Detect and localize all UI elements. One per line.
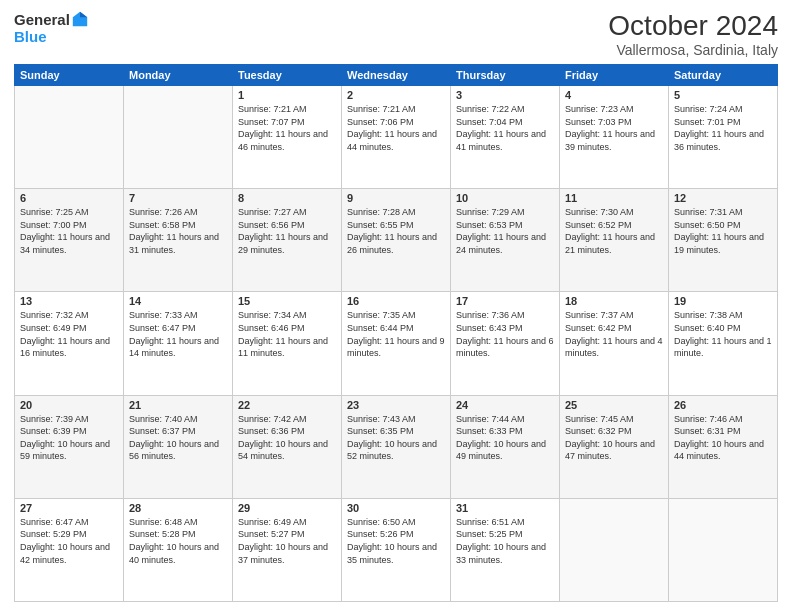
day-info: Sunrise: 7:43 AM Sunset: 6:35 PM Dayligh… <box>347 413 445 463</box>
calendar-day-cell: 31Sunrise: 6:51 AM Sunset: 5:25 PM Dayli… <box>451 498 560 601</box>
day-info: Sunrise: 7:23 AM Sunset: 7:03 PM Dayligh… <box>565 103 663 153</box>
header: General Blue October 2024 Vallermosa, Sa… <box>14 10 778 58</box>
calendar-day-cell <box>15 86 124 189</box>
calendar-day-cell <box>124 86 233 189</box>
day-number: 3 <box>456 89 554 101</box>
calendar-day-cell: 28Sunrise: 6:48 AM Sunset: 5:28 PM Dayli… <box>124 498 233 601</box>
day-number: 21 <box>129 399 227 411</box>
weekday-header: Wednesday <box>342 65 451 86</box>
calendar-day-cell: 2Sunrise: 7:21 AM Sunset: 7:06 PM Daylig… <box>342 86 451 189</box>
day-info: Sunrise: 7:27 AM Sunset: 6:56 PM Dayligh… <box>238 206 336 256</box>
day-info: Sunrise: 7:40 AM Sunset: 6:37 PM Dayligh… <box>129 413 227 463</box>
calendar-day-cell: 30Sunrise: 6:50 AM Sunset: 5:26 PM Dayli… <box>342 498 451 601</box>
day-number: 25 <box>565 399 663 411</box>
weekday-header: Tuesday <box>233 65 342 86</box>
calendar-week-row: 13Sunrise: 7:32 AM Sunset: 6:49 PM Dayli… <box>15 292 778 395</box>
day-number: 26 <box>674 399 772 411</box>
calendar-day-cell: 10Sunrise: 7:29 AM Sunset: 6:53 PM Dayli… <box>451 189 560 292</box>
day-info: Sunrise: 7:21 AM Sunset: 7:06 PM Dayligh… <box>347 103 445 153</box>
day-number: 18 <box>565 295 663 307</box>
calendar-day-cell: 27Sunrise: 6:47 AM Sunset: 5:29 PM Dayli… <box>15 498 124 601</box>
day-number: 11 <box>565 192 663 204</box>
calendar-day-cell: 12Sunrise: 7:31 AM Sunset: 6:50 PM Dayli… <box>669 189 778 292</box>
calendar-day-cell: 3Sunrise: 7:22 AM Sunset: 7:04 PM Daylig… <box>451 86 560 189</box>
logo-icon <box>71 10 89 28</box>
day-number: 5 <box>674 89 772 101</box>
day-number: 7 <box>129 192 227 204</box>
day-info: Sunrise: 7:39 AM Sunset: 6:39 PM Dayligh… <box>20 413 118 463</box>
day-info: Sunrise: 7:33 AM Sunset: 6:47 PM Dayligh… <box>129 309 227 359</box>
day-info: Sunrise: 7:44 AM Sunset: 6:33 PM Dayligh… <box>456 413 554 463</box>
day-number: 12 <box>674 192 772 204</box>
page: General Blue October 2024 Vallermosa, Sa… <box>0 0 792 612</box>
logo-general-text: General <box>14 11 70 28</box>
day-number: 20 <box>20 399 118 411</box>
day-number: 13 <box>20 295 118 307</box>
weekday-header: Thursday <box>451 65 560 86</box>
day-number: 15 <box>238 295 336 307</box>
day-info: Sunrise: 7:37 AM Sunset: 6:42 PM Dayligh… <box>565 309 663 359</box>
calendar-day-cell: 26Sunrise: 7:46 AM Sunset: 6:31 PM Dayli… <box>669 395 778 498</box>
calendar-day-cell: 4Sunrise: 7:23 AM Sunset: 7:03 PM Daylig… <box>560 86 669 189</box>
day-info: Sunrise: 7:34 AM Sunset: 6:46 PM Dayligh… <box>238 309 336 359</box>
day-info: Sunrise: 7:28 AM Sunset: 6:55 PM Dayligh… <box>347 206 445 256</box>
calendar-day-cell: 19Sunrise: 7:38 AM Sunset: 6:40 PM Dayli… <box>669 292 778 395</box>
day-number: 9 <box>347 192 445 204</box>
calendar-day-cell: 23Sunrise: 7:43 AM Sunset: 6:35 PM Dayli… <box>342 395 451 498</box>
calendar-day-cell: 1Sunrise: 7:21 AM Sunset: 7:07 PM Daylig… <box>233 86 342 189</box>
calendar-day-cell: 22Sunrise: 7:42 AM Sunset: 6:36 PM Dayli… <box>233 395 342 498</box>
day-number: 28 <box>129 502 227 514</box>
calendar-day-cell: 20Sunrise: 7:39 AM Sunset: 6:39 PM Dayli… <box>15 395 124 498</box>
calendar-day-cell: 17Sunrise: 7:36 AM Sunset: 6:43 PM Dayli… <box>451 292 560 395</box>
weekday-header: Friday <box>560 65 669 86</box>
calendar-day-cell <box>669 498 778 601</box>
day-info: Sunrise: 7:32 AM Sunset: 6:49 PM Dayligh… <box>20 309 118 359</box>
day-info: Sunrise: 7:36 AM Sunset: 6:43 PM Dayligh… <box>456 309 554 359</box>
day-number: 31 <box>456 502 554 514</box>
day-number: 2 <box>347 89 445 101</box>
day-info: Sunrise: 7:46 AM Sunset: 6:31 PM Dayligh… <box>674 413 772 463</box>
day-info: Sunrise: 7:31 AM Sunset: 6:50 PM Dayligh… <box>674 206 772 256</box>
day-number: 24 <box>456 399 554 411</box>
day-info: Sunrise: 7:30 AM Sunset: 6:52 PM Dayligh… <box>565 206 663 256</box>
calendar-day-cell: 21Sunrise: 7:40 AM Sunset: 6:37 PM Dayli… <box>124 395 233 498</box>
day-info: Sunrise: 7:42 AM Sunset: 6:36 PM Dayligh… <box>238 413 336 463</box>
day-number: 30 <box>347 502 445 514</box>
calendar-day-cell: 9Sunrise: 7:28 AM Sunset: 6:55 PM Daylig… <box>342 189 451 292</box>
weekday-header: Saturday <box>669 65 778 86</box>
day-info: Sunrise: 6:49 AM Sunset: 5:27 PM Dayligh… <box>238 516 336 566</box>
logo-blue-text: Blue <box>14 28 47 45</box>
day-number: 17 <box>456 295 554 307</box>
day-number: 19 <box>674 295 772 307</box>
calendar-day-cell: 25Sunrise: 7:45 AM Sunset: 6:32 PM Dayli… <box>560 395 669 498</box>
day-info: Sunrise: 7:22 AM Sunset: 7:04 PM Dayligh… <box>456 103 554 153</box>
day-number: 10 <box>456 192 554 204</box>
weekday-header: Sunday <box>15 65 124 86</box>
day-info: Sunrise: 6:51 AM Sunset: 5:25 PM Dayligh… <box>456 516 554 566</box>
title-block: October 2024 Vallermosa, Sardinia, Italy <box>608 10 778 58</box>
day-info: Sunrise: 7:38 AM Sunset: 6:40 PM Dayligh… <box>674 309 772 359</box>
calendar-day-cell <box>560 498 669 601</box>
calendar-week-row: 6Sunrise: 7:25 AM Sunset: 7:00 PM Daylig… <box>15 189 778 292</box>
day-info: Sunrise: 7:35 AM Sunset: 6:44 PM Dayligh… <box>347 309 445 359</box>
calendar-day-cell: 29Sunrise: 6:49 AM Sunset: 5:27 PM Dayli… <box>233 498 342 601</box>
day-number: 22 <box>238 399 336 411</box>
calendar-day-cell: 5Sunrise: 7:24 AM Sunset: 7:01 PM Daylig… <box>669 86 778 189</box>
day-info: Sunrise: 7:25 AM Sunset: 7:00 PM Dayligh… <box>20 206 118 256</box>
calendar-day-cell: 7Sunrise: 7:26 AM Sunset: 6:58 PM Daylig… <box>124 189 233 292</box>
calendar-table: SundayMondayTuesdayWednesdayThursdayFrid… <box>14 64 778 602</box>
day-number: 23 <box>347 399 445 411</box>
calendar-header-row: SundayMondayTuesdayWednesdayThursdayFrid… <box>15 65 778 86</box>
day-number: 4 <box>565 89 663 101</box>
day-number: 14 <box>129 295 227 307</box>
day-info: Sunrise: 6:50 AM Sunset: 5:26 PM Dayligh… <box>347 516 445 566</box>
calendar-day-cell: 15Sunrise: 7:34 AM Sunset: 6:46 PM Dayli… <box>233 292 342 395</box>
calendar-day-cell: 8Sunrise: 7:27 AM Sunset: 6:56 PM Daylig… <box>233 189 342 292</box>
calendar-day-cell: 18Sunrise: 7:37 AM Sunset: 6:42 PM Dayli… <box>560 292 669 395</box>
day-info: Sunrise: 7:45 AM Sunset: 6:32 PM Dayligh… <box>565 413 663 463</box>
day-info: Sunrise: 7:24 AM Sunset: 7:01 PM Dayligh… <box>674 103 772 153</box>
day-number: 29 <box>238 502 336 514</box>
calendar-week-row: 27Sunrise: 6:47 AM Sunset: 5:29 PM Dayli… <box>15 498 778 601</box>
month-title: October 2024 <box>608 10 778 42</box>
day-number: 6 <box>20 192 118 204</box>
